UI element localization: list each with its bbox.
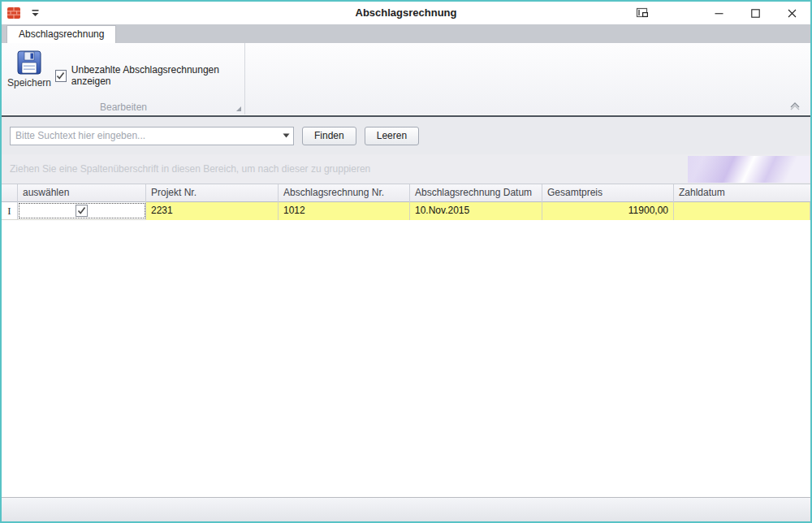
ribbon-body: Speichern Unbezahlte Abschlagsrechnungen…	[2, 43, 810, 115]
decorative-waves	[688, 156, 810, 183]
column-header-abschlagsrechnung-nr[interactable]: Abschlagsrechnung Nr.	[279, 184, 410, 202]
window-panel-icon[interactable]	[628, 2, 656, 24]
footer-bar	[2, 497, 810, 521]
collapse-ribbon-icon[interactable]	[788, 100, 802, 111]
ribbon-group-bearbeiten: Speichern Unbezahlte Abschlagsrechnungen…	[2, 43, 245, 115]
ribbon-group-label: Bearbeiten	[2, 102, 245, 113]
cell-zahldatum[interactable]	[674, 202, 810, 220]
combo-dropdown-icon[interactable]	[279, 128, 293, 145]
close-button[interactable]	[774, 2, 810, 24]
column-header-zahldatum[interactable]: Zahldatum	[674, 184, 810, 202]
search-input[interactable]	[11, 130, 279, 141]
floppy-disk-icon	[15, 49, 43, 76]
minimize-button[interactable]	[701, 2, 737, 24]
titlebar: Abschlagsrechnung	[2, 2, 810, 24]
checkbox-checked-icon	[55, 70, 67, 82]
ribbon-tabstrip: Abschlagsrechnung	[2, 24, 810, 43]
column-header-gesamtpreis[interactable]: Gesamtpreis	[542, 184, 674, 202]
table-row: I 2231 1012 10.Nov.2015 11900,00	[2, 202, 810, 220]
cell-abschlagsrechnung-datum[interactable]: 10.Nov.2015	[410, 202, 542, 220]
row-indicator-header	[2, 184, 18, 202]
cell-abschlagsrechnung-nr[interactable]: 1012	[279, 202, 410, 220]
cell-auswaehlen-checkbox[interactable]	[18, 202, 146, 219]
group-by-hint: Ziehen Sie eine Spaltenüberschrift in di…	[10, 163, 370, 175]
column-header-projekt-nr[interactable]: Projekt Nr.	[146, 184, 279, 202]
save-button[interactable]: Speichern	[6, 46, 52, 100]
save-button-label: Speichern	[6, 77, 52, 89]
caption-buttons	[628, 2, 810, 24]
show-unpaid-checkbox[interactable]: Unbezahlte Abschlagsrechnungen anzeigen	[55, 64, 244, 87]
dialog-launcher-icon[interactable]	[236, 106, 241, 111]
search-panel: Finden Leeren	[2, 117, 810, 154]
row-checkbox-checked-icon	[76, 205, 88, 217]
cell-projekt-nr[interactable]: 2231	[146, 202, 279, 220]
find-button[interactable]: Finden	[302, 127, 356, 145]
grid-header-row: auswählen Projekt Nr. Abschlagsrechnung …	[2, 184, 810, 202]
row-edit-indicator: I	[2, 202, 18, 219]
app-window: Abschlagsrechnung Abschlagsrech	[0, 0, 812, 523]
maximize-button[interactable]	[737, 2, 774, 24]
search-combobox[interactable]	[10, 127, 294, 145]
column-header-abschlagsrechnung-datum[interactable]: Abschlagsrechnung Datum	[410, 184, 542, 202]
tab-abschlagsrechnung[interactable]: Abschlagsrechnung	[6, 25, 116, 43]
clear-button[interactable]: Leeren	[365, 127, 419, 145]
show-unpaid-checkbox-label: Unbezahlte Abschlagsrechnungen anzeigen	[71, 64, 244, 87]
cell-gesamtpreis[interactable]: 11900,00	[542, 202, 674, 220]
group-by-panel[interactable]: Ziehen Sie eine Spaltenüberschrift in di…	[2, 154, 810, 184]
grid-empty-area[interactable]	[2, 221, 810, 497]
column-header-auswaehlen[interactable]: auswählen	[18, 184, 146, 202]
